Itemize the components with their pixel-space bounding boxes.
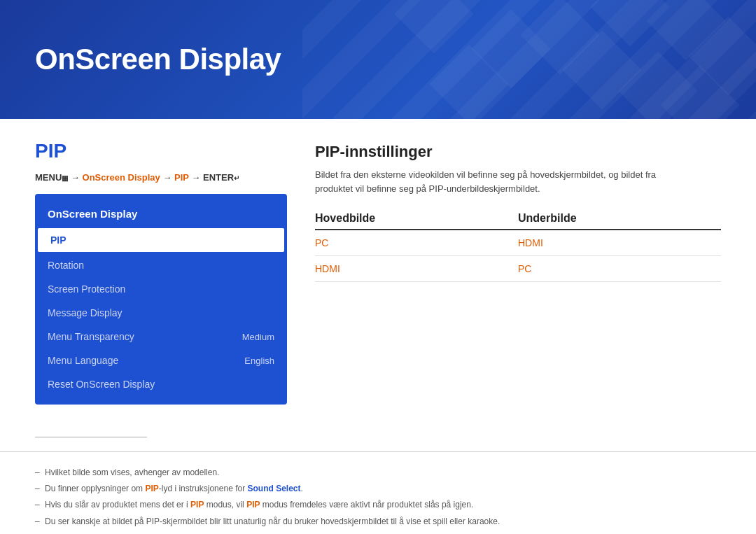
breadcrumb-enter-icon: ↵: [234, 174, 239, 182]
breadcrumb-menu: MENU: [35, 172, 62, 183]
menu-item-menu-language-label: Menu Language: [48, 355, 118, 366]
menu-item-reset-onscreen-label: Reset OnScreen Display: [48, 379, 155, 390]
pip-description: Bildet fra den eksterne videokilden vil …: [315, 168, 686, 195]
main-content: PIP MENU▦ → OnScreen Display → PIP → ENT…: [0, 119, 756, 426]
breadcrumb-pip-link[interactable]: PIP: [174, 172, 189, 183]
breadcrumb-sep1: →: [71, 172, 83, 183]
pip-highlight-3: PIP: [246, 500, 260, 510]
table-row2-col2: PC: [518, 263, 721, 274]
menu-item-menu-transparency-label: Menu Transparency: [48, 331, 134, 342]
menu-header-title: OnScreen Display: [35, 202, 287, 227]
header-banner: OnScreen Display: [0, 0, 756, 119]
decorative-pattern: [350, 0, 756, 119]
footer-note-2: Du finner opplysninger om PIP-lyd i inst…: [35, 482, 721, 496]
table-header-col2: Underbilde: [518, 212, 721, 225]
divider: [35, 437, 147, 437]
menu-item-screen-protection-label: Screen Protection: [48, 283, 125, 295]
footer-note-3: Hvis du slår av produktet mens det er i …: [35, 498, 721, 512]
breadcrumb: MENU▦ → OnScreen Display → PIP → ENTER↵: [35, 172, 287, 183]
menu-item-message-display-label: Message Display: [48, 307, 122, 318]
sound-select-highlight: Sound Select: [248, 484, 301, 493]
menu-item-reset-onscreen[interactable]: Reset OnScreen Display: [35, 372, 287, 396]
menu-item-rotation-label: Rotation: [48, 260, 84, 271]
menu-item-message-display[interactable]: Message Display: [35, 301, 287, 325]
pip-section-title: PIP: [35, 140, 287, 162]
table-header-col1: Hovedbilde: [315, 212, 518, 225]
right-column: PIP-innstillinger Bildet fra den ekstern…: [315, 140, 721, 405]
pip-table: Hovedbilde Underbilde PC HDMI HDMI PC: [315, 212, 721, 282]
pip-settings-title: PIP-innstillinger: [315, 143, 721, 161]
menu-item-pip[interactable]: PIP: [38, 228, 284, 252]
menu-item-pip-label: PIP: [50, 234, 66, 246]
pip-highlight-2: PIP: [190, 500, 204, 510]
footer-notes: Hvilket bilde som vises, avhenger av mod…: [0, 451, 756, 534]
pip-highlight: PIP: [145, 484, 158, 493]
table-row: HDMI PC: [315, 256, 721, 282]
menu-item-menu-language[interactable]: Menu Language English: [35, 349, 287, 372]
onscreen-display-menu: OnScreen Display PIP Rotation Screen Pro…: [35, 194, 287, 405]
table-row2-col1: HDMI: [315, 263, 518, 274]
breadcrumb-sep2: →: [162, 172, 174, 183]
menu-item-rotation[interactable]: Rotation: [35, 253, 287, 277]
menu-item-screen-protection[interactable]: Screen Protection: [35, 277, 287, 301]
menu-item-menu-transparency[interactable]: Menu Transparency Medium: [35, 325, 287, 349]
table-row: PC HDMI: [315, 230, 721, 256]
footer-note-1: Hvilket bilde som vises, avhenger av mod…: [35, 466, 721, 479]
footer-note-4: Du ser kanskje at bildet på PIP-skjermbi…: [35, 515, 721, 528]
table-header: Hovedbilde Underbilde: [315, 212, 721, 230]
menu-item-menu-language-value: English: [244, 356, 274, 366]
left-column: PIP MENU▦ → OnScreen Display → PIP → ENT…: [35, 140, 287, 405]
table-row1-col1: PC: [315, 237, 518, 248]
page-title: OnScreen Display: [35, 43, 281, 76]
table-row1-col2: HDMI: [518, 237, 721, 248]
breadcrumb-onscreen-link[interactable]: OnScreen Display: [83, 172, 160, 183]
menu-item-menu-transparency-value: Medium: [242, 332, 274, 342]
breadcrumb-menu-icon: ▦: [62, 174, 68, 182]
breadcrumb-sep3: → ENTER: [191, 172, 234, 183]
